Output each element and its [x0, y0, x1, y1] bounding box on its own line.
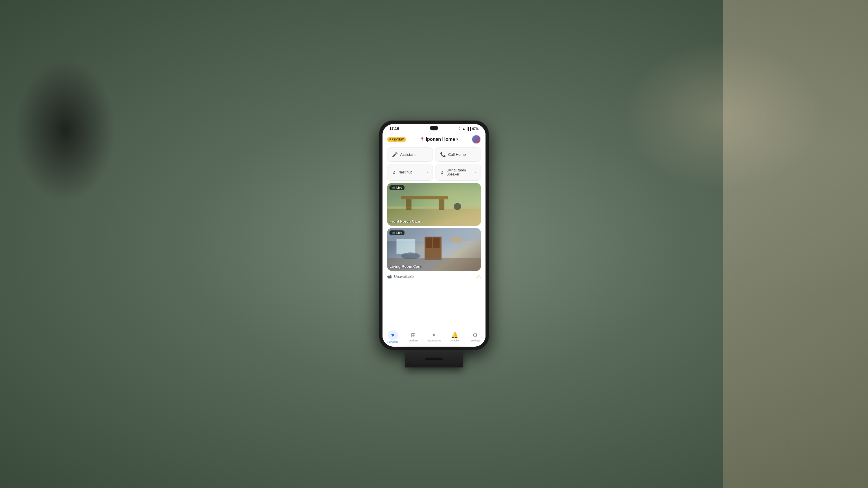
automations-icon: ✦ [431, 332, 436, 338]
nav-favorites[interactable]: ♥ Favorites [386, 330, 400, 343]
camera-section: 📹 Live Front Porch Cam [382, 183, 486, 271]
assistant-label: Assistant [400, 152, 415, 157]
svg-rect-9 [426, 238, 432, 248]
svg-point-5 [454, 203, 461, 210]
living-room-live-badge: 📹 Live [390, 230, 404, 235]
living-room-speaker-button[interactable]: 🖥 Living Room Speaker › [435, 164, 481, 181]
nest-hub-icon: 🖥 [392, 170, 396, 174]
phone-screen: 17:16 ⋮ ▲ ▐▐ 67% PREVIEW 📍 Iponan Home [382, 124, 486, 347]
nest-hub-label: Nest hub [398, 170, 412, 174]
living-room-live-text: Live [396, 231, 402, 234]
nav-automations[interactable]: ✦ Automations [427, 332, 441, 342]
speaker-label: Living Room Speaker [446, 168, 475, 176]
living-room-camera-card[interactable]: 📹 Live Living Room Cam [387, 228, 481, 271]
wifi-icon: ▲ [462, 127, 465, 130]
nav-settings[interactable]: ⚙ Settings [468, 332, 482, 342]
status-icons: ⋮ ▲ ▐▐ 67% [458, 127, 478, 130]
devices-label: Devices [409, 339, 418, 342]
quick-actions: 🎤 Assistant 📞 Call Home [382, 146, 486, 164]
svg-rect-3 [406, 199, 411, 210]
user-avatar[interactable] [472, 135, 481, 144]
warning-icon: ⚠ [477, 274, 481, 279]
bg-dark-shadow [14, 58, 116, 202]
nav-activity[interactable]: 🔔 Activity [447, 332, 462, 342]
settings-icon: ⚙ [472, 332, 478, 338]
svg-rect-10 [433, 238, 440, 248]
battery-level: 67% [472, 127, 478, 130]
favorites-active-bg: ♥ [388, 330, 398, 340]
svg-rect-13 [451, 237, 462, 243]
speaker-icon: 🖥 [440, 170, 444, 174]
svg-rect-4 [439, 199, 444, 210]
automations-label: Automations [427, 339, 441, 342]
unavailable-camera-row[interactable]: 📹 Unavailable ⚠ [382, 271, 486, 282]
svg-point-14 [401, 252, 420, 259]
app-header: PREVIEW 📍 Iponan Home ▾ [382, 132, 486, 146]
svg-rect-2 [401, 196, 448, 199]
nest-hub-button[interactable]: 🖥 Nest hub › [387, 164, 433, 181]
settings-label: Settings [470, 339, 480, 342]
phone-stand [405, 350, 463, 367]
front-porch-live-badge: 📹 Live [390, 185, 404, 190]
video-camera-icon: 📹 [392, 186, 395, 189]
phone-icon: 📞 [440, 152, 446, 157]
activity-icon: 🔔 [451, 332, 458, 338]
call-home-label: Call Home [448, 152, 466, 157]
unavail-info: 📹 Unavailable [387, 274, 414, 279]
app-content: PREVIEW 📍 Iponan Home ▾ 🎤 Assistant [382, 132, 486, 344]
camera-notch [430, 126, 438, 130]
front-porch-live-text: Live [396, 186, 402, 189]
unavail-label: Unavailable [394, 274, 414, 279]
chevron-right-icon-2: › [475, 170, 476, 174]
nav-devices[interactable]: ⊞ Devices [406, 332, 421, 342]
front-porch-cam-label: Front Porch Cam [390, 219, 420, 224]
location-icon: 📍 [420, 137, 425, 142]
chevron-right-icon: › [427, 170, 428, 174]
device-list: 🖥 Nest hub › 🖥 Living Room Speaker › [382, 164, 486, 183]
microphone-icon: 🎤 [392, 152, 398, 157]
phone-dock: 17:16 ⋮ ▲ ▐▐ 67% PREVIEW 📍 Iponan Home [379, 121, 489, 367]
status-time: 17:16 [390, 126, 399, 131]
unavail-camera-icon: 📹 [387, 274, 392, 279]
living-room-cam-label: Living Room Cam [390, 264, 422, 268]
video-camera-icon-2: 📹 [392, 231, 395, 234]
home-name: Iponan Home [426, 137, 455, 142]
devices-icon: ⊞ [411, 332, 416, 338]
bluetooth-icon: ⋮ [458, 127, 461, 130]
phone-frame: 17:16 ⋮ ▲ ▐▐ 67% PREVIEW 📍 Iponan Home [379, 121, 489, 350]
front-porch-camera-card[interactable]: 📹 Live Front Porch Cam [387, 183, 481, 226]
speaker-info: 🖥 Living Room Speaker [440, 168, 475, 176]
assistant-button[interactable]: 🎤 Assistant [387, 148, 433, 162]
status-bar: 17:16 ⋮ ▲ ▐▐ 67% [382, 124, 486, 132]
call-home-button[interactable]: 📞 Call Home [435, 148, 481, 162]
signal-icon: ▐▐ [466, 127, 471, 130]
favorites-label: Favorites [388, 340, 398, 343]
favorites-icon: ♥ [391, 332, 395, 338]
svg-rect-11 [396, 239, 415, 254]
preview-badge: PREVIEW [387, 137, 406, 142]
activity-label: Activity [451, 339, 459, 342]
nest-hub-info: 🖥 Nest hub [392, 170, 412, 174]
chevron-down-icon: ▾ [456, 137, 458, 141]
bg-shelf [723, 0, 868, 488]
home-selector[interactable]: 📍 Iponan Home ▾ [420, 137, 458, 142]
bottom-nav: ♥ Favorites ⊞ Devices ✦ Automations 🔔 [382, 328, 486, 344]
